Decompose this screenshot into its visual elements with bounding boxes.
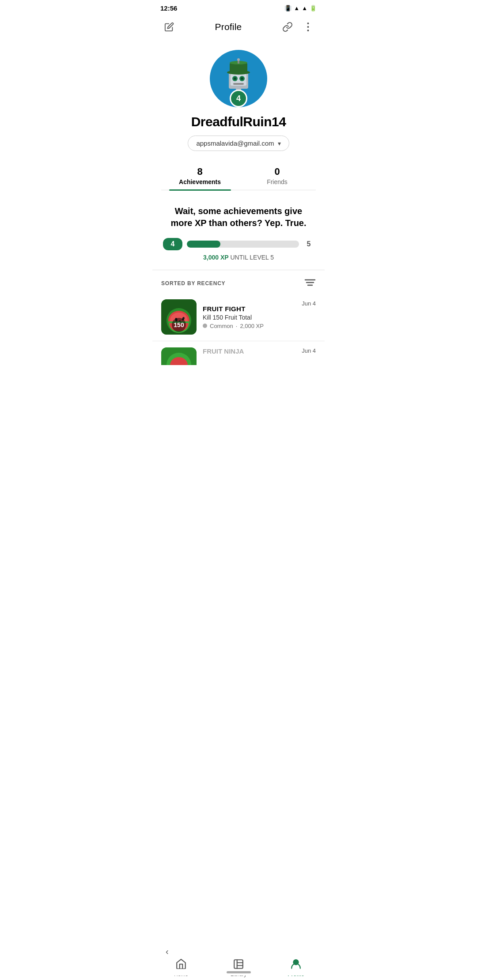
svg-rect-9 <box>233 83 244 85</box>
friends-count: 0 <box>274 166 280 177</box>
svg-point-2 <box>307 30 309 31</box>
top-bar: Profile <box>152 15 325 41</box>
friends-label: Friends <box>267 178 288 185</box>
sorted-label: SORTED BY RECENCY <box>161 280 225 286</box>
achievement-meta-0: Common · 2,000 XP <box>203 323 295 329</box>
top-bar-actions <box>280 19 316 35</box>
next-level-label: 5 <box>303 240 314 248</box>
xp-until-amount: 3,000 XP <box>203 254 229 261</box>
achievement-item-0[interactable]: 150 FRUIT FIGHT Kill 150 Fruit Total Com… <box>152 293 325 341</box>
svg-point-15 <box>237 58 240 61</box>
achievements-label: Achievements <box>179 178 221 185</box>
achievement-title-1-partial: FRUIT NINJA <box>203 347 295 355</box>
progress-bar-fill <box>187 241 220 248</box>
xp-section: Wait, some achievements give more XP tha… <box>152 195 325 270</box>
level-badge: 4 <box>230 90 247 107</box>
status-time: 12:56 <box>160 4 177 12</box>
rarity-dot-0 <box>203 324 207 328</box>
svg-text:150: 150 <box>174 321 184 328</box>
achievement-partial-info: FRUIT NINJA <box>203 347 295 355</box>
achievements-count: 8 <box>197 166 202 177</box>
signal-icon: ▲ <box>302 5 307 11</box>
sorted-row: SORTED BY RECENCY <box>152 270 325 293</box>
achievement-xp-0: 2,000 XP <box>240 323 264 329</box>
tabs-container: 8 Achievements 0 Friends <box>161 160 316 190</box>
profile-section: 4 DreadfulRuin14 appsmalavida@gmail.com … <box>152 41 325 195</box>
more-icon <box>307 22 309 32</box>
email-selector[interactable]: appsmalavida@gmail.com ▾ <box>188 136 289 151</box>
svg-point-8 <box>241 77 243 80</box>
edit-button[interactable] <box>161 19 177 35</box>
achievement-item-1-partial: FRUIT NINJA Jun 4 <box>152 341 325 365</box>
chevron-down-icon: ▾ <box>278 140 281 147</box>
achievement-desc-0: Kill 150 Fruit Total <box>203 314 295 321</box>
page-title: Profile <box>215 22 242 32</box>
meta-separator-0: · <box>236 323 238 329</box>
achievement-info-0: FRUIT FIGHT Kill 150 Fruit Total Common … <box>203 305 295 329</box>
edit-icon <box>164 22 174 32</box>
sort-button[interactable] <box>304 278 316 289</box>
achievement-image-1 <box>161 347 197 365</box>
svg-point-7 <box>234 77 236 80</box>
achievement-title-0: FRUIT FIGHT <box>203 305 295 313</box>
xp-message: Wait, some achievements give more XP tha… <box>163 205 314 229</box>
current-level-label: 4 <box>163 238 182 250</box>
tab-friends[interactable]: 0 Friends <box>238 160 316 190</box>
avatar-wrapper: 4 <box>210 50 267 107</box>
achievement-date-1-partial: Jun 4 <box>302 347 316 354</box>
achievement-rarity-0: Common <box>210 323 233 329</box>
svg-point-1 <box>307 26 309 28</box>
link-button[interactable] <box>280 19 295 35</box>
achievement-thumb-1 <box>161 347 197 365</box>
progress-row: 4 5 <box>163 238 314 250</box>
more-button[interactable] <box>300 19 316 35</box>
progress-bar <box>187 241 299 248</box>
xp-until: 3,000 XP UNTIL LEVEL 5 <box>163 254 314 261</box>
achievement-date-0: Jun 4 <box>302 300 316 307</box>
tab-achievements[interactable]: 8 Achievements <box>161 160 238 190</box>
battery-icon: 🔋 <box>310 5 317 11</box>
username: DreadfulRuin14 <box>191 114 286 129</box>
svg-point-0 <box>307 23 309 24</box>
email-text: appsmalavida@gmail.com <box>196 139 274 147</box>
status-bar: 12:56 📳 ▲ ▲ 🔋 <box>152 0 325 15</box>
status-icons: 📳 ▲ ▲ 🔋 <box>284 5 317 11</box>
achievement-image-0: 150 <box>161 299 197 335</box>
achievement-thumb-0: 150 <box>161 299 197 335</box>
vibrate-icon: 📳 <box>284 5 292 11</box>
link-icon <box>282 22 293 32</box>
wifi-icon: ▲ <box>294 5 299 11</box>
sort-icon <box>304 278 316 287</box>
xp-until-label: UNTIL LEVEL 5 <box>230 254 274 261</box>
